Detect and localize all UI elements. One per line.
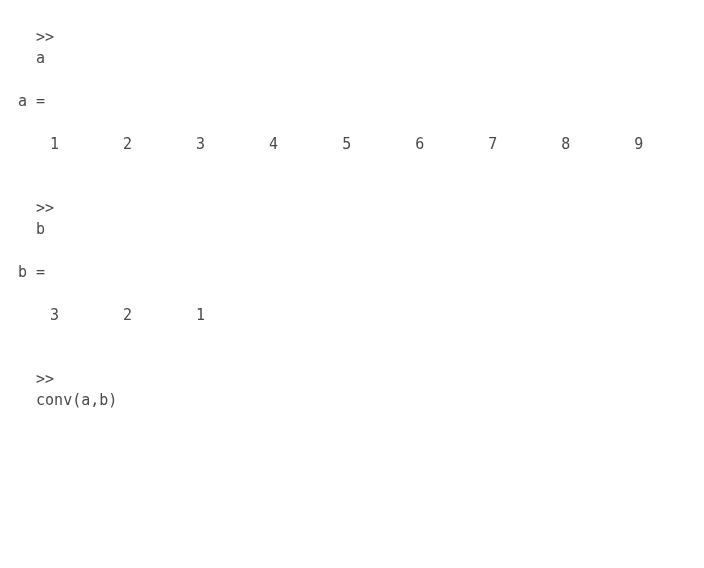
command-line-conv[interactable]: >> conv(a,b) <box>18 348 704 411</box>
vector-b: 3 2 1 <box>18 305 704 326</box>
vector-value: 4 <box>269 134 333 155</box>
vector-value: 8 <box>561 134 625 155</box>
command-line-b: >> b <box>18 177 704 240</box>
vector-value: 3 <box>196 134 260 155</box>
output-label-b: b = <box>18 262 704 283</box>
command-line-a: >> a <box>18 6 704 69</box>
vector-value: 9 <box>634 134 698 155</box>
prompt-symbol: >> <box>36 28 63 46</box>
prompt-symbol: >> <box>36 199 63 217</box>
prompt-symbol: >> <box>36 370 63 388</box>
vector-value: 5 <box>342 134 406 155</box>
output-label-a: a = <box>18 91 704 112</box>
vector-value: 2 <box>123 134 187 155</box>
command-text: b <box>36 220 45 238</box>
vector-value: 1 <box>196 305 260 326</box>
vector-a: 1 2 3 4 5 6 7 8 9 <box>18 134 704 155</box>
vector-value: 6 <box>415 134 479 155</box>
command-text: a <box>36 49 45 67</box>
vector-value: 3 <box>50 305 114 326</box>
vector-value: 2 <box>123 305 187 326</box>
vector-value: 1 <box>50 134 114 155</box>
command-text: conv(a,b) <box>36 391 117 409</box>
vector-value: 7 <box>488 134 552 155</box>
